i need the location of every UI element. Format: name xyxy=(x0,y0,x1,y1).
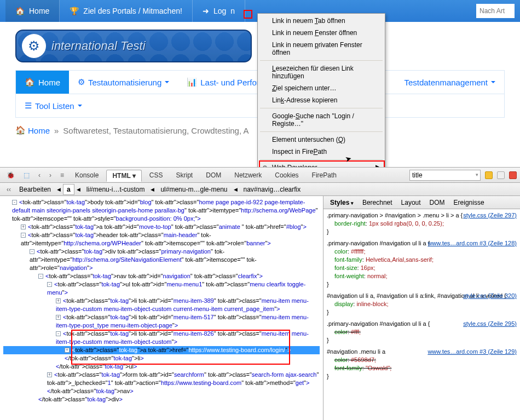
cm-open-new-tab[interactable]: Link in neuem Tab öffnen xyxy=(259,15,384,27)
cm-bookmark-link[interactable]: Lesezeichen für diesen Link hinzufügen xyxy=(259,62,384,82)
top-search-input[interactable] xyxy=(476,4,515,18)
inspect-target-highlight xyxy=(244,10,252,19)
bars-icon: 📊 xyxy=(187,77,197,87)
top-nav-home[interactable]: 🏠Home xyxy=(5,0,60,22)
cm-open-new-window[interactable]: Link in neuem Fenster öffnen xyxy=(259,27,384,39)
top-nav-portal[interactable]: 🏆Ziel des Portals / Mitmachen! xyxy=(60,0,193,22)
cm-save-target[interactable]: Ziel speichern unter… xyxy=(259,82,384,94)
main-nav-automation[interactable]: ⚙Testautomatisierung xyxy=(69,71,178,94)
breadcrumb-path: Softwaretest, Testautomatisierung, Crowd… xyxy=(63,126,249,135)
logo-icon: ⚙ xyxy=(22,34,46,58)
cm-open-private[interactable]: Link in neuem privaten Fenster öffnen xyxy=(259,39,384,59)
cm-inspect-element[interactable]: Element untersuchen (Q) xyxy=(259,134,384,143)
top-nav-login[interactable]: ➜Logn xyxy=(193,0,245,22)
cm-google-search[interactable]: Google-Suche nach "Login / Registe…" xyxy=(259,110,384,130)
home-icon: 🏠 xyxy=(15,7,25,15)
home-icon: 🏠 xyxy=(15,125,26,135)
breadcrumb-home[interactable]: 🏠Home xyxy=(15,125,50,135)
gears-icon: ⚙ xyxy=(78,77,85,87)
login-icon: ➜ xyxy=(203,7,209,15)
main-nav-tdm[interactable]: Testdatenmanagement xyxy=(395,71,504,94)
site-banner: ⚙ internationalTesti xyxy=(15,30,252,62)
trophy-icon: 🏆 xyxy=(70,7,79,15)
cm-copy-link[interactable]: Link-Adresse kopieren xyxy=(259,94,384,106)
main-nav-home[interactable]: 🏠Home xyxy=(16,71,69,94)
context-menu: Link in neuem Tab öffnen Link in neuem F… xyxy=(257,13,385,143)
list-icon: ☰ xyxy=(25,101,32,111)
home-icon: 🏠 xyxy=(25,77,35,87)
